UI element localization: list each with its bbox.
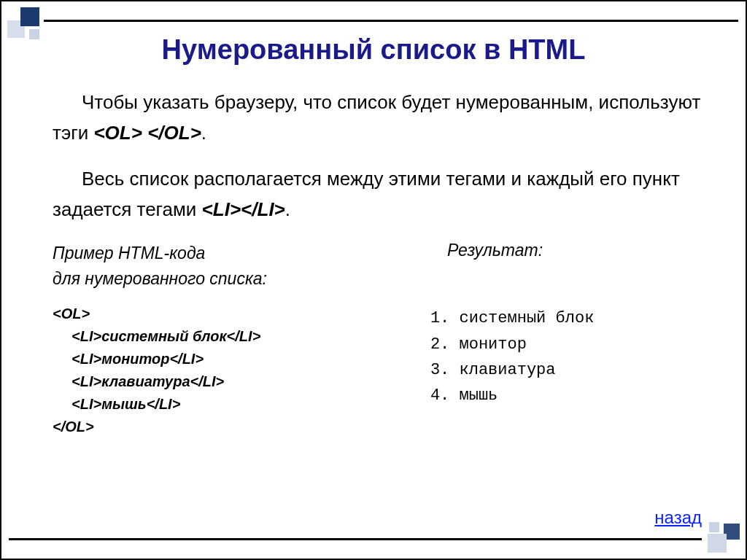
tag-li-open: <LI> [202, 198, 241, 220]
code-line: <LI>системный блок</LI> [53, 325, 394, 348]
code-line: <LI>клавиатура</LI> [53, 370, 394, 393]
subheading-row: Пример HTML-кода для нумерованного списк… [31, 241, 716, 291]
example-row: <OL> <LI>системный блок</LI> <LI>монитор… [31, 303, 716, 438]
code-example: <OL> <LI>системный блок</LI> <LI>монитор… [31, 303, 394, 438]
paragraph-2-text: Весь список располагается между этими те… [53, 168, 680, 220]
bottom-border-line [9, 538, 702, 540]
corner-decoration-bottom-right [699, 512, 740, 553]
list-item: монитор [460, 332, 717, 357]
result-output: системный блок монитор клавиатура мышь [394, 303, 717, 438]
paragraph-1: Чтобы указать браузеру, что список будет… [31, 88, 716, 148]
tag-ol-close: </OL> [147, 122, 201, 144]
subheading-example: Пример HTML-кода для нумерованного списк… [31, 241, 382, 291]
list-item: клавиатура [460, 357, 717, 383]
list-item: системный блок [460, 306, 717, 331]
page-title: Нумерованный список в HTML [31, 34, 716, 66]
code-line: <OL> [53, 303, 394, 325]
back-link[interactable]: назад [654, 508, 702, 528]
slide-content: Нумерованный список в HTML Чтобы указать… [31, 34, 716, 526]
code-line: <LI>монитор</LI> [53, 348, 394, 370]
code-line: <LI>мышь</LI> [53, 393, 394, 416]
tag-li-close: </LI> [241, 198, 285, 220]
tag-ol-open: <OL> [93, 122, 142, 144]
paragraph-2: Весь список располагается между этими те… [31, 164, 716, 225]
code-line: </OL> [53, 416, 394, 438]
top-border-line [44, 20, 738, 22]
list-item: мышь [460, 383, 717, 408]
subheading-result: Результат: [382, 241, 716, 291]
